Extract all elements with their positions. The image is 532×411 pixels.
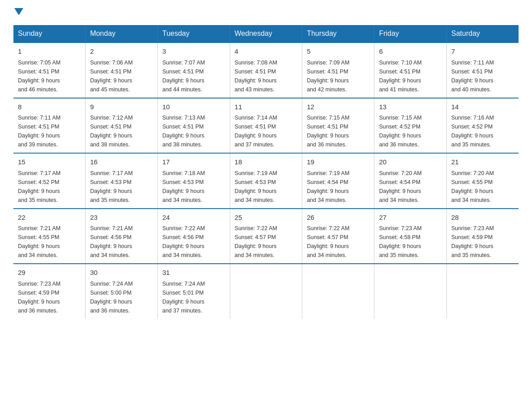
calendar-cell: 6 Sunrise: 7:10 AMSunset: 4:51 PMDayligh…: [374, 43, 446, 98]
day-info: Sunrise: 7:24 AMSunset: 5:01 PMDaylight:…: [162, 281, 205, 314]
day-info: Sunrise: 7:12 AMSunset: 4:51 PMDaylight:…: [90, 115, 133, 148]
day-number: 6: [379, 47, 442, 57]
day-info: Sunrise: 7:23 AMSunset: 4:59 PMDaylight:…: [18, 281, 60, 314]
day-info: Sunrise: 7:20 AMSunset: 4:55 PMDaylight:…: [451, 170, 494, 203]
calendar-cell: 18 Sunrise: 7:19 AMSunset: 4:53 PMDaylig…: [230, 153, 302, 209]
calendar-cell: 20 Sunrise: 7:20 AMSunset: 4:54 PMDaylig…: [374, 153, 446, 209]
day-info: Sunrise: 7:08 AMSunset: 4:51 PMDaylight:…: [235, 60, 277, 93]
day-number: 4: [235, 47, 297, 57]
day-number: 16: [90, 157, 153, 167]
day-info: Sunrise: 7:22 AMSunset: 4:56 PMDaylight:…: [162, 225, 205, 258]
day-number: 23: [90, 213, 153, 223]
day-number: 31: [162, 268, 225, 278]
day-info: Sunrise: 7:21 AMSunset: 4:56 PMDaylight:…: [90, 225, 133, 258]
day-number: 30: [90, 268, 153, 278]
calendar-cell: 12 Sunrise: 7:15 AMSunset: 4:51 PMDaylig…: [302, 98, 374, 154]
day-number: 27: [379, 213, 442, 223]
day-number: 22: [18, 213, 81, 223]
day-number: 17: [162, 157, 225, 167]
header-monday: Monday: [86, 25, 158, 43]
day-info: Sunrise: 7:14 AMSunset: 4:51 PMDaylight:…: [235, 115, 277, 148]
calendar-cell: [230, 264, 302, 319]
calendar-cell: 24 Sunrise: 7:22 AMSunset: 4:56 PMDaylig…: [158, 209, 230, 264]
day-number: 3: [162, 47, 225, 57]
week-row-1: 1 Sunrise: 7:05 AMSunset: 4:51 PMDayligh…: [13, 43, 519, 98]
day-number: 25: [235, 213, 297, 223]
day-number: 7: [451, 47, 514, 57]
day-number: 9: [90, 102, 153, 112]
day-info: Sunrise: 7:23 AMSunset: 4:58 PMDaylight:…: [379, 225, 421, 258]
calendar-table: SundayMondayTuesdayWednesdayThursdayFrid…: [13, 25, 519, 319]
day-number: 10: [162, 102, 225, 112]
calendar-cell: 28 Sunrise: 7:23 AMSunset: 4:59 PMDaylig…: [446, 209, 519, 264]
day-number: 26: [307, 213, 369, 223]
header-saturday: Saturday: [446, 25, 519, 43]
header-row: SundayMondayTuesdayWednesdayThursdayFrid…: [13, 25, 519, 43]
day-info: Sunrise: 7:13 AMSunset: 4:51 PMDaylight:…: [162, 115, 205, 148]
day-number: 2: [90, 47, 153, 57]
calendar-cell: 29 Sunrise: 7:23 AMSunset: 4:59 PMDaylig…: [13, 264, 86, 319]
calendar-cell: [302, 264, 374, 319]
day-number: 15: [18, 157, 81, 167]
calendar-cell: 27 Sunrise: 7:23 AMSunset: 4:58 PMDaylig…: [374, 209, 446, 264]
day-info: Sunrise: 7:05 AMSunset: 4:51 PMDaylight:…: [18, 60, 60, 93]
calendar-cell: 25 Sunrise: 7:22 AMSunset: 4:57 PMDaylig…: [230, 209, 302, 264]
calendar-cell: 22 Sunrise: 7:21 AMSunset: 4:55 PMDaylig…: [13, 209, 86, 264]
day-info: Sunrise: 7:17 AMSunset: 4:52 PMDaylight:…: [18, 170, 60, 203]
calendar-cell: 15 Sunrise: 7:17 AMSunset: 4:52 PMDaylig…: [13, 153, 86, 209]
day-info: Sunrise: 7:19 AMSunset: 4:54 PMDaylight:…: [307, 170, 349, 203]
page-header: [13, 9, 519, 16]
header-tuesday: Tuesday: [158, 25, 230, 43]
header-wednesday: Wednesday: [230, 25, 302, 43]
calendar-cell: 16 Sunrise: 7:17 AMSunset: 4:53 PMDaylig…: [86, 153, 158, 209]
day-info: Sunrise: 7:16 AMSunset: 4:52 PMDaylight:…: [451, 115, 494, 148]
day-number: 12: [307, 102, 369, 112]
day-number: 8: [18, 102, 81, 112]
day-info: Sunrise: 7:20 AMSunset: 4:54 PMDaylight:…: [379, 170, 421, 203]
day-number: 24: [162, 213, 225, 223]
week-row-3: 15 Sunrise: 7:17 AMSunset: 4:52 PMDaylig…: [13, 153, 519, 209]
calendar-cell: [446, 264, 519, 319]
logo-triangle-icon: [14, 8, 23, 15]
day-info: Sunrise: 7:10 AMSunset: 4:51 PMDaylight:…: [379, 60, 421, 93]
calendar-cell: 11 Sunrise: 7:14 AMSunset: 4:51 PMDaylig…: [230, 98, 302, 154]
day-number: 19: [307, 157, 369, 167]
calendar-cell: 23 Sunrise: 7:21 AMSunset: 4:56 PMDaylig…: [86, 209, 158, 264]
day-number: 18: [235, 157, 297, 167]
day-number: 14: [451, 102, 514, 112]
calendar-cell: 1 Sunrise: 7:05 AMSunset: 4:51 PMDayligh…: [13, 43, 86, 98]
day-number: 13: [379, 102, 442, 112]
calendar-cell: 30 Sunrise: 7:24 AMSunset: 5:00 PMDaylig…: [86, 264, 158, 319]
logo: [13, 9, 23, 16]
day-info: Sunrise: 7:23 AMSunset: 4:59 PMDaylight:…: [451, 225, 494, 258]
calendar-cell: 4 Sunrise: 7:08 AMSunset: 4:51 PMDayligh…: [230, 43, 302, 98]
header-sunday: Sunday: [13, 25, 86, 43]
calendar-cell: 14 Sunrise: 7:16 AMSunset: 4:52 PMDaylig…: [446, 98, 519, 154]
week-row-4: 22 Sunrise: 7:21 AMSunset: 4:55 PMDaylig…: [13, 209, 519, 264]
day-info: Sunrise: 7:15 AMSunset: 4:51 PMDaylight:…: [307, 115, 349, 148]
day-info: Sunrise: 7:22 AMSunset: 4:57 PMDaylight:…: [235, 225, 277, 258]
day-info: Sunrise: 7:06 AMSunset: 4:51 PMDaylight:…: [90, 60, 133, 93]
calendar-cell: 3 Sunrise: 7:07 AMSunset: 4:51 PMDayligh…: [158, 43, 230, 98]
day-info: Sunrise: 7:19 AMSunset: 4:53 PMDaylight:…: [235, 170, 277, 203]
day-info: Sunrise: 7:15 AMSunset: 4:52 PMDaylight:…: [379, 115, 421, 148]
day-number: 5: [307, 47, 369, 57]
calendar-cell: 8 Sunrise: 7:11 AMSunset: 4:51 PMDayligh…: [13, 98, 86, 154]
header-thursday: Thursday: [302, 25, 374, 43]
day-info: Sunrise: 7:24 AMSunset: 5:00 PMDaylight:…: [90, 281, 133, 314]
calendar-cell: 21 Sunrise: 7:20 AMSunset: 4:55 PMDaylig…: [446, 153, 519, 209]
week-row-5: 29 Sunrise: 7:23 AMSunset: 4:59 PMDaylig…: [13, 264, 519, 319]
calendar-cell: 19 Sunrise: 7:19 AMSunset: 4:54 PMDaylig…: [302, 153, 374, 209]
calendar-cell: 5 Sunrise: 7:09 AMSunset: 4:51 PMDayligh…: [302, 43, 374, 98]
day-number: 29: [18, 268, 81, 278]
calendar-cell: 31 Sunrise: 7:24 AMSunset: 5:01 PMDaylig…: [158, 264, 230, 319]
day-number: 21: [451, 157, 514, 167]
calendar-cell: 2 Sunrise: 7:06 AMSunset: 4:51 PMDayligh…: [86, 43, 158, 98]
day-info: Sunrise: 7:07 AMSunset: 4:51 PMDaylight:…: [162, 60, 205, 93]
day-info: Sunrise: 7:11 AMSunset: 4:51 PMDaylight:…: [451, 60, 494, 93]
calendar-cell: 26 Sunrise: 7:22 AMSunset: 4:57 PMDaylig…: [302, 209, 374, 264]
day-number: 28: [451, 213, 514, 223]
calendar-cell: [374, 264, 446, 319]
calendar-cell: 10 Sunrise: 7:13 AMSunset: 4:51 PMDaylig…: [158, 98, 230, 154]
day-info: Sunrise: 7:17 AMSunset: 4:53 PMDaylight:…: [90, 170, 133, 203]
